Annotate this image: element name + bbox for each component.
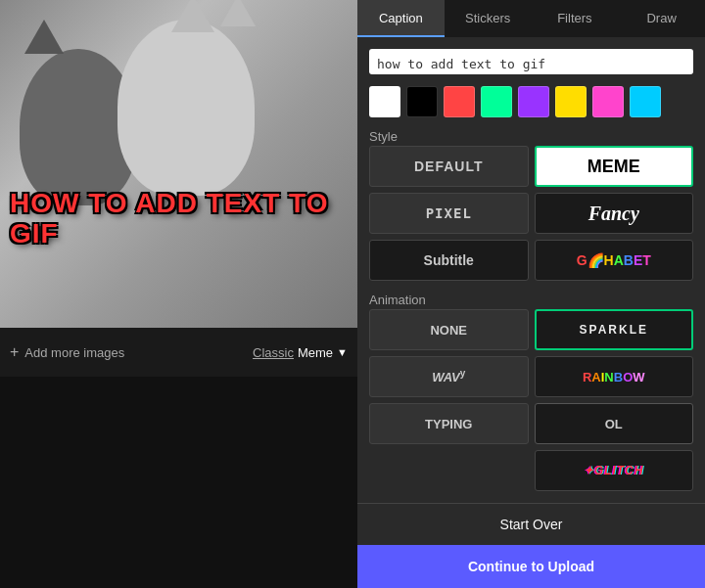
right-panel: Caption Stickers Filters Draw Style (357, 0, 705, 588)
add-images-label: Add more images (24, 345, 124, 360)
anim-btn-none[interactable]: NONE (369, 309, 529, 350)
rainbow-anim-text: RAINBOW (583, 370, 645, 384)
tab-draw[interactable]: Draw (618, 0, 705, 37)
wavy-text: WAVy (432, 368, 465, 384)
left-bottom-area (0, 377, 357, 588)
style-selector: Classic Meme ▼ (253, 345, 348, 360)
start-over-button[interactable]: Start Over (357, 504, 705, 545)
color-swatch-black[interactable] (406, 86, 438, 117)
add-images-button[interactable]: + Add more images (10, 343, 124, 361)
color-swatch-red[interactable] (444, 86, 475, 117)
color-palette (369, 86, 693, 117)
anim-btn-ol[interactable]: OL (535, 403, 694, 444)
style-grid: DEFAULT MEME PIXEL Fancy Subtitle (369, 146, 693, 281)
animation-grid: NONE SPARKLE WAVy RAINBOW TY (369, 309, 693, 491)
cat-ear-3 (220, 0, 256, 26)
tabs-bar: Caption Stickers Filters Draw (357, 0, 705, 37)
style-section-label: Style (369, 129, 693, 144)
color-swatch-green[interactable] (481, 86, 512, 117)
plus-icon: + (10, 343, 19, 361)
alphabet-rainbow-text: G🌈HABET (577, 252, 651, 268)
anim-btn-wavy[interactable]: WAVy (369, 356, 529, 397)
bottom-bar: + Add more images Classic Meme ▼ (0, 328, 357, 377)
tab-caption[interactable]: Caption (357, 0, 445, 37)
color-swatch-cyan[interactable] (630, 86, 661, 117)
dropdown-arrow-icon[interactable]: ▼ (337, 346, 348, 358)
style-btn-meme[interactable]: MEME (535, 146, 694, 187)
cat-ear-1 (24, 20, 64, 54)
style-section: Style DEFAULT MEME PIXEL Fancy (369, 129, 693, 281)
style-btn-default[interactable]: DEFAULT (369, 146, 529, 187)
style-btn-pixel[interactable]: PIXEL (369, 193, 529, 234)
anim-btn-typing[interactable]: TYPING (369, 403, 529, 444)
tab-stickers[interactable]: Stickers (445, 0, 532, 37)
tab-filters[interactable]: Filters (532, 0, 619, 37)
style-btn-alphabet[interactable]: G🌈HABET (535, 240, 694, 281)
gif-preview: HOW TO ADD TEXT TO GIF (0, 0, 357, 328)
panel-content: Style DEFAULT MEME PIXEL Fancy (357, 37, 705, 503)
anim-btn-sparkle[interactable]: SPARKLE (535, 309, 694, 350)
cat-ear-2 (171, 0, 214, 32)
style-meme[interactable]: Meme (298, 345, 333, 360)
left-panel: HOW TO ADD TEXT TO GIF + Add more images… (0, 0, 357, 588)
animation-section: Animation NONE SPARKLE WAVy RAINBOW (369, 293, 693, 491)
color-swatch-pink[interactable] (592, 86, 624, 117)
bottom-buttons: Start Over Continue to Upload (357, 503, 705, 588)
style-btn-subtitle[interactable]: Subtitle (369, 240, 529, 281)
style-btn-fancy[interactable]: Fancy (535, 193, 694, 234)
color-swatch-white[interactable] (369, 86, 400, 117)
continue-upload-button[interactable]: Continue to Upload (357, 545, 705, 588)
color-swatch-purple[interactable] (518, 86, 549, 117)
caption-text-input[interactable] (369, 49, 693, 74)
cat-body-2 (118, 20, 255, 196)
animation-section-label: Animation (369, 293, 693, 307)
anim-btn-rainbow[interactable]: RAINBOW (535, 356, 694, 397)
anim-btn-glitch[interactable]: ✦GLITCH (535, 450, 694, 491)
glitch-text: ✦GLITCH (584, 464, 644, 477)
gif-overlay-text: HOW TO ADD TEXT TO GIF (10, 189, 357, 249)
color-swatch-yellow[interactable] (555, 86, 587, 117)
style-classic[interactable]: Classic (253, 345, 294, 360)
